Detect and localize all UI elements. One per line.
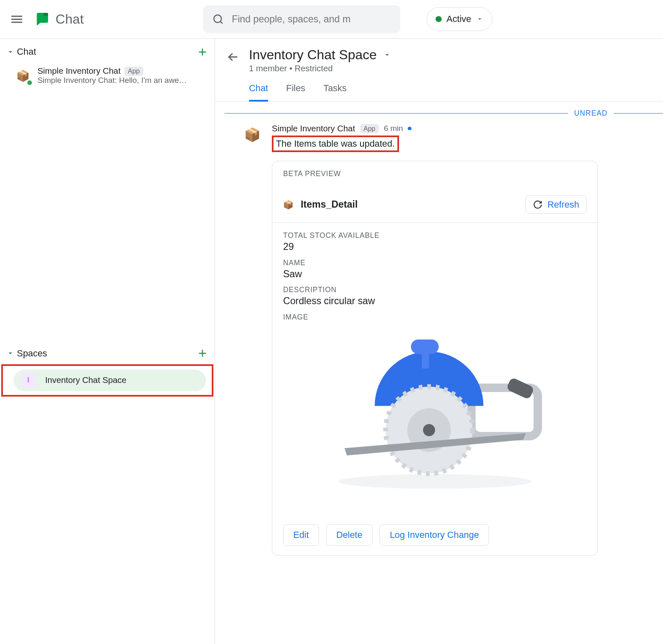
section-spaces-header[interactable]: Spaces (0, 342, 215, 364)
field-desc-label: DESCRIPTION (283, 286, 587, 294)
presence-dot (27, 80, 33, 86)
svg-point-15 (338, 474, 532, 489)
svg-rect-19 (422, 351, 429, 368)
message-time: 6 min (384, 124, 403, 133)
sidebar-chat-item[interactable]: 📦 Simple Inventory Chat App Simple Inven… (0, 63, 215, 89)
search-input[interactable] (232, 14, 392, 25)
tab-tasks[interactable]: Tasks (324, 79, 347, 101)
tab-chat[interactable]: Chat (249, 79, 268, 101)
chat-item-preview: Simple Inventory Chat: Hello, I'm an awe… (37, 76, 194, 85)
topbar: Chat Active Google (0, 0, 663, 39)
space-avatar: I (21, 373, 36, 387)
unread-separator: UNREAD (225, 109, 663, 118)
card-beta-section: BETA PREVIEW (272, 161, 598, 187)
field-stock-label: TOTAL STOCK AVAILABLE (283, 231, 587, 240)
message: 📦 Simple Inventory Chat App 6 min The It… (215, 124, 663, 562)
box-icon: 📦 (283, 200, 293, 210)
field-stock-value: 29 (283, 241, 587, 252)
caret-down-icon (6, 48, 15, 56)
app-badge: App (124, 67, 143, 76)
card-beta-label: BETA PREVIEW (283, 169, 587, 178)
add-chat-icon[interactable] (196, 46, 208, 58)
delete-button[interactable]: Delete (326, 524, 373, 545)
unread-label: UNREAD (574, 109, 608, 118)
highlighted-message-text: The Items table was updated. (272, 136, 399, 152)
field-name-label: NAME (283, 259, 587, 267)
space-subtitle: 1 member • Restricted (249, 64, 391, 73)
caret-down-icon (6, 349, 15, 357)
chat-logo-icon (34, 11, 51, 28)
refresh-button[interactable]: Refresh (525, 195, 587, 214)
space-tabs: Chat Files Tasks (215, 73, 663, 102)
card-title: Items_Detail (301, 199, 358, 210)
card-actions: Edit Delete Log Inventory Change (272, 517, 598, 555)
log-change-button[interactable]: Log Inventory Change (380, 524, 489, 545)
section-spaces-label: Spaces (17, 348, 47, 359)
section-chat-header[interactable]: Chat (0, 41, 215, 63)
tab-files[interactable]: Files (286, 79, 305, 101)
sidebar: Chat 📦 Simple Inventory Chat App Simple … (0, 39, 215, 644)
svg-point-23 (423, 424, 435, 436)
chevron-down-icon[interactable] (383, 51, 391, 59)
back-arrow-icon[interactable] (226, 50, 240, 64)
message-text: The Items table was updated. (276, 138, 395, 149)
app-card: BETA PREVIEW 📦 Items_Detail Refresh TOTA… (272, 161, 598, 556)
main-pane: Inventory Chat Space 1 member • Restrict… (215, 39, 663, 644)
field-desc-value: Cordless circular saw (283, 295, 587, 307)
field-name-value: Saw (283, 269, 587, 280)
message-sender: Simple Inventory Chat (272, 124, 355, 133)
space-title: Inventory Chat Space (249, 47, 377, 63)
app-logo[interactable]: Chat (34, 11, 84, 28)
app-badge: App (360, 124, 379, 133)
search-icon (212, 12, 225, 27)
refresh-icon (533, 200, 542, 209)
status-label: Active (447, 14, 472, 24)
refresh-label: Refresh (547, 199, 579, 210)
svg-point-0 (214, 15, 221, 22)
chat-app-avatar: 📦 (15, 68, 31, 85)
status-button[interactable]: Active (427, 7, 492, 31)
space-item-title: Inventory Chat Space (45, 375, 126, 385)
edit-button[interactable]: Edit (283, 524, 319, 545)
unread-dot-icon (408, 127, 411, 131)
add-space-icon[interactable] (196, 347, 208, 359)
field-image-label: IMAGE (283, 313, 587, 322)
card-title-row: 📦 Items_Detail Refresh (272, 186, 598, 223)
menu-icon[interactable] (10, 12, 24, 27)
space-header: Inventory Chat Space 1 member • Restrict… (215, 39, 663, 73)
app-name: Chat (56, 12, 84, 27)
saw-illustration-icon (320, 327, 550, 496)
card-image (283, 322, 587, 509)
section-chat-label: Chat (17, 46, 36, 57)
card-fields: TOTAL STOCK AVAILABLE 29 NAME Saw DESCRI… (272, 223, 598, 517)
svg-rect-17 (506, 377, 535, 400)
highlighted-space-wrapper: I Inventory Chat Space (1, 364, 213, 397)
sidebar-space-item[interactable]: I Inventory Chat Space (14, 370, 206, 391)
search-box[interactable] (203, 5, 400, 33)
chat-item-title: Simple Inventory Chat (37, 66, 121, 76)
chevron-down-icon (476, 15, 483, 22)
status-active-dot (436, 16, 442, 22)
message-avatar: 📦 (242, 124, 263, 145)
